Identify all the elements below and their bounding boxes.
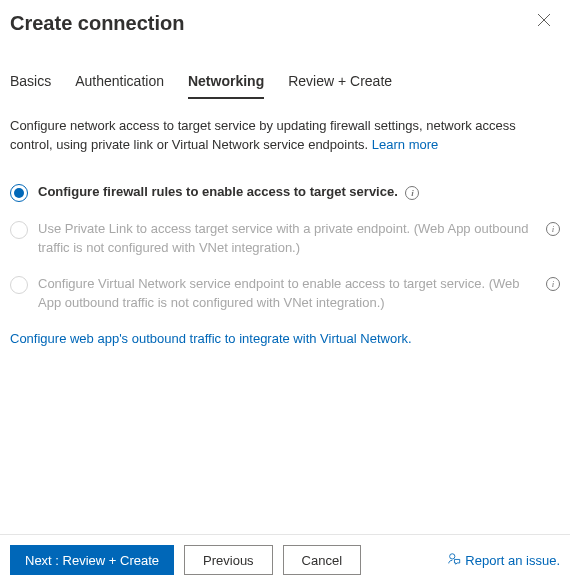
tab-authentication[interactable]: Authentication (75, 67, 164, 99)
tab-review-create[interactable]: Review + Create (288, 67, 392, 99)
radio-icon (10, 276, 28, 294)
info-icon[interactable]: i (546, 277, 560, 291)
radio-icon (10, 221, 28, 239)
previous-button[interactable]: Previous (184, 545, 273, 575)
next-button[interactable]: Next : Review + Create (10, 545, 174, 575)
report-label: Report an issue. (465, 553, 560, 568)
radio-icon[interactable] (10, 184, 28, 202)
option-label: Configure firewall rules to enable acces… (38, 183, 560, 202)
footer: Next : Review + Create Previous Cancel R… (0, 535, 570, 585)
tab-networking[interactable]: Networking (188, 67, 264, 99)
feedback-icon (447, 552, 461, 569)
option-label: Configure Virtual Network service endpoi… (38, 275, 536, 313)
report-issue-link[interactable]: Report an issue. (447, 552, 560, 569)
option-label: Use Private Link to access target servic… (38, 220, 536, 258)
close-icon (537, 13, 551, 31)
option-firewall[interactable]: Configure firewall rules to enable acces… (10, 183, 560, 202)
close-button[interactable] (534, 12, 554, 32)
tab-basics[interactable]: Basics (10, 67, 51, 99)
option-private-link: Use Private Link to access target servic… (10, 220, 560, 258)
page-title: Create connection (10, 12, 184, 35)
option-service-endpoint: Configure Virtual Network service endpoi… (10, 275, 560, 313)
learn-more-link[interactable]: Learn more (372, 137, 438, 152)
cancel-button[interactable]: Cancel (283, 545, 361, 575)
info-icon[interactable]: i (546, 222, 560, 236)
network-options: Configure firewall rules to enable acces… (10, 183, 560, 313)
svg-point-2 (450, 553, 455, 558)
tab-bar: Basics Authentication Networking Review … (0, 43, 570, 99)
info-icon[interactable]: i (405, 186, 419, 200)
description-text: Configure network access to target servi… (10, 117, 560, 155)
vnet-integrate-link[interactable]: Configure web app's outbound traffic to … (10, 331, 560, 346)
